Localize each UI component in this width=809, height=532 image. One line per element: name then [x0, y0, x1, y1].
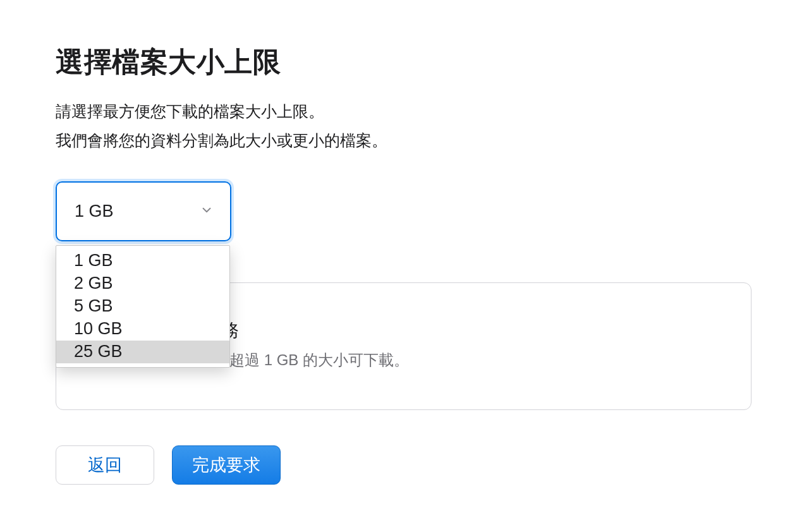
filesize-option[interactable]: 5 GB	[56, 295, 229, 318]
filesize-dropdown[interactable]: 1 GB2 GB5 GB10 GB25 GB	[56, 245, 230, 368]
filesize-option[interactable]: 25 GB	[56, 341, 229, 363]
submit-button[interactable]: 完成要求	[172, 445, 281, 485]
filesize-option[interactable]: 10 GB	[56, 318, 229, 341]
back-button[interactable]: 返回	[56, 445, 154, 485]
chevron-down-icon	[200, 202, 214, 221]
filesize-option[interactable]: 1 GB	[56, 250, 229, 272]
filesize-option[interactable]: 2 GB	[56, 272, 229, 295]
page-title: 選擇檔案大小上限	[56, 45, 809, 79]
description: 請選擇最方便您下載的檔案大小上限。 我們會將您的資料分割為此大小或更小的檔案。	[56, 97, 809, 155]
filesize-select-value: 1 GB	[75, 202, 114, 221]
description-line-1: 請選擇最方便您下載的檔案大小上限。	[56, 102, 324, 120]
filesize-select[interactable]: 1 GB	[56, 181, 231, 241]
description-line-2: 我們會將您的資料分割為此大小或更小的檔案。	[56, 131, 387, 149]
